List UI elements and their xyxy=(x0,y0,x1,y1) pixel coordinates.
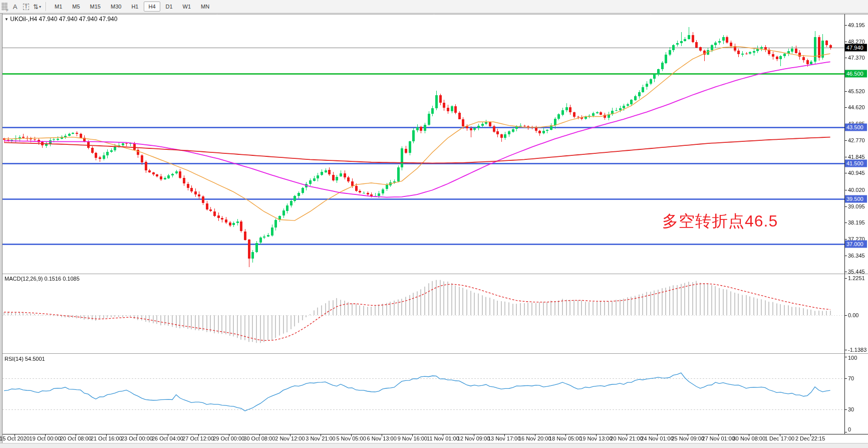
time-axis-label: 18 Nov 05:00 xyxy=(549,435,582,441)
symbol-caret-icon[interactable]: ▼ xyxy=(5,17,9,22)
rsi-tick-label: 30 xyxy=(848,406,854,412)
time-axis-label: 2 Nov 12:00 xyxy=(275,435,305,441)
macd-indicator-label: MACD(12,26,9) 0.1516 0.1085 xyxy=(5,276,80,282)
macd-tick-label: 1.2251 xyxy=(848,275,865,281)
timeframe-button-m15[interactable]: M15 xyxy=(86,2,105,12)
timeframe-button-h1[interactable]: H1 xyxy=(127,2,143,12)
price-tick-label: 45.520 xyxy=(848,88,865,94)
time-axis-label: 1 Dec 17:00 xyxy=(765,435,794,441)
price-tick-label: 42.770 xyxy=(848,137,865,143)
time-axis-label: 26 Oct 04:00 xyxy=(152,435,183,441)
chinese-annotation: 多空转折点46.5 xyxy=(662,210,778,233)
price-tick-label: 40.020 xyxy=(848,187,865,193)
time-axis-label: 23 Oct 00:00 xyxy=(121,435,153,441)
time-axis-label: 5 Nov 05:00 xyxy=(336,435,366,441)
price-tick-label: 40.945 xyxy=(848,170,865,176)
time-axis-label: 29 Oct 00:00 xyxy=(213,435,244,441)
text-label-tool-icon[interactable]: T xyxy=(21,2,32,12)
arrows-tool-icon[interactable]: ⇅▾ xyxy=(32,2,43,12)
time-axis-label: 19 Oct 00:00 xyxy=(30,435,61,441)
price-tick-label: 38.195 xyxy=(848,219,865,226)
time-axis-label: 25 Nov 09:00 xyxy=(671,435,704,441)
price-tick-label: 39.095 xyxy=(848,203,865,209)
time-axis-label: 20 Nov 21:00 xyxy=(610,435,643,441)
timeframe-button-mn[interactable]: MN xyxy=(196,2,214,12)
time-axis-label: 16 Nov 20:00 xyxy=(518,435,551,441)
time-axis-label: 24 Nov 01:00 xyxy=(641,435,673,441)
time-axis-label: 21 Oct 16:00 xyxy=(91,435,122,441)
window-left-edge xyxy=(0,14,3,443)
time-axis-label: 6 Nov 13:00 xyxy=(367,435,397,441)
price-badge-43.500: 43.500 xyxy=(845,123,867,131)
text-tool-icon[interactable]: A xyxy=(10,2,21,12)
price-badge-37.000: 37.000 xyxy=(845,240,867,248)
price-tick-label: 35.445 xyxy=(848,269,865,275)
time-axis-label: 9 Nov 16:00 xyxy=(398,435,427,441)
time-axis-label: 15 Oct 2020 xyxy=(0,435,30,441)
price-badge-46.500: 46.500 xyxy=(845,70,867,77)
grip-f-label: F xyxy=(7,9,9,12)
status-strip xyxy=(0,443,868,448)
timeframe-button-m1[interactable]: M1 xyxy=(50,2,67,12)
price-tick-label: 47.370 xyxy=(848,55,865,61)
price-tick-label: 49.195 xyxy=(848,22,865,28)
timeframe-button-w1[interactable]: W1 xyxy=(178,2,196,12)
time-axis-label: 11 Nov 01:00 xyxy=(427,435,459,441)
time-axis-label: 27 Oct 12:00 xyxy=(182,435,214,441)
arrows-glyph: ⇅ xyxy=(33,3,39,11)
time-axis-label: 20 Oct 08:00 xyxy=(60,435,92,441)
symbol-ohlc-text: UKOil-,H4 47.940 47.940 47.940 47.940 xyxy=(10,16,117,23)
time-axis-label: 3 Nov 21:00 xyxy=(306,435,335,441)
time-axis-label: 30 Nov 08:00 xyxy=(733,435,765,441)
timeframe-button-h4[interactable]: H4 xyxy=(144,2,160,12)
time-axis-label: 13 Nov 17:00 xyxy=(488,435,520,441)
rsi-tick-label: 70 xyxy=(848,375,854,381)
rsi-tick-label: 0 xyxy=(848,426,851,432)
timeframe-button-m5[interactable]: M5 xyxy=(68,2,84,12)
time-axis-label: 12 Nov 09:00 xyxy=(457,435,490,441)
timeframe-toolbar: M1M5M15M30H1H4D1W1MN xyxy=(50,2,214,12)
mt4-window: F A T ⇅▾ M1M5M15M30H1H4D1W1MN ▼ UKOil-,H… xyxy=(0,0,868,448)
text-label-glyph: T xyxy=(23,4,29,10)
time-axis-label: 30 Oct 08:00 xyxy=(243,435,275,441)
chevron-down-icon[interactable]: ▾ xyxy=(39,5,41,9)
toolbar-grip-icon[interactable]: F xyxy=(2,3,8,11)
rsi-indicator-label: RSI(14) 54.5001 xyxy=(5,356,45,362)
macd-tick-label: 0.00 xyxy=(848,312,858,318)
price-badge-47.940: 47.940 xyxy=(845,44,867,52)
timeframe-button-d1[interactable]: D1 xyxy=(161,2,177,12)
time-axis-label: 2 Dec 22:15 xyxy=(795,435,825,441)
time-axis-label: 19 Nov 13:00 xyxy=(580,435,612,441)
toolbar-separator xyxy=(46,2,47,11)
price-badge-41.500: 41.500 xyxy=(845,159,867,167)
rsi-tick-label: 100 xyxy=(848,355,857,361)
timeframe-button-m30[interactable]: M30 xyxy=(106,2,126,12)
time-axis-label: 27 Nov 01:00 xyxy=(702,435,735,441)
price-badge-39.500: 39.500 xyxy=(845,195,867,203)
price-tick-label: 44.620 xyxy=(848,104,865,110)
macd-tick-label: -1.1383 xyxy=(848,347,866,353)
symbol-title: ▼ UKOil-,H4 47.940 47.940 47.940 47.940 xyxy=(5,16,117,23)
price-tick-label: 36.345 xyxy=(848,253,865,259)
toolbar: F A T ⇅▾ M1M5M15M30H1H4D1W1MN xyxy=(0,0,868,14)
